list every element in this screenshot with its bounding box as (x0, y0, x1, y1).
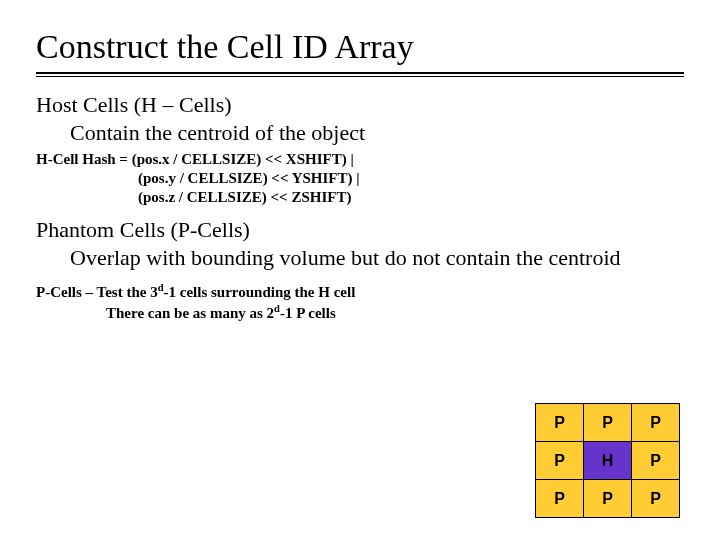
slide-title: Construct the Cell ID Array (36, 28, 684, 66)
grid-cell-h: H (584, 442, 632, 480)
grid-cell: P (536, 404, 584, 442)
hash-line-3: (pos.z / CELLSIZE) << ZSHIFT) (36, 188, 684, 207)
pcell-note-1b: -1 cells surrounding the H cell (164, 284, 356, 300)
pcell-note-1a: P-Cells – Test the 3 (36, 284, 158, 300)
pcell-note-2a: There can be as many as 2 (106, 305, 274, 321)
grid-cell: P (536, 480, 584, 518)
grid-cell: P (632, 480, 680, 518)
pcell-note: P-Cells – Test the 3d-1 cells surroundin… (36, 281, 416, 323)
pcell-note-line1: P-Cells – Test the 3d-1 cells surroundin… (36, 281, 416, 302)
grid-cell: P (584, 480, 632, 518)
hash-line-2: (pos.y / CELLSIZE) << YSHIFT) | (36, 169, 684, 188)
host-cells-desc: Contain the centroid of the object (36, 119, 684, 147)
grid-cell: P (536, 442, 584, 480)
grid-cell: P (632, 404, 680, 442)
cell-grid-table: P P P P H P P P P (535, 403, 680, 518)
host-cells-heading: Host Cells (H – Cells) (36, 91, 684, 119)
phantom-cells-desc: Overlap with bounding volume but do not … (36, 244, 684, 272)
phantom-cells-heading: Phantom Cells (P-Cells) (36, 216, 684, 244)
title-underline (36, 72, 684, 77)
pcell-note-line2: There can be as many as 2d-1 P cells (36, 302, 416, 323)
grid-cell: P (632, 442, 680, 480)
hash-line-1: H-Cell Hash = (pos.x / CELLSIZE) << XSHI… (36, 150, 684, 169)
pcell-note-2b: -1 P cells (280, 305, 336, 321)
grid-cell: P (584, 404, 632, 442)
hash-formula: H-Cell Hash = (pos.x / CELLSIZE) << XSHI… (36, 150, 684, 206)
cell-grid: P P P P H P P P P (535, 403, 680, 518)
